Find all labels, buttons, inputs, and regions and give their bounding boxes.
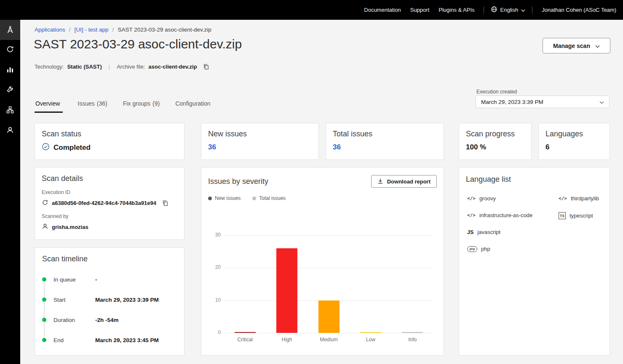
chart-y-tick: 20 xyxy=(206,264,221,270)
chart-x-label: Low xyxy=(350,337,391,343)
topbar-link-support[interactable]: Support xyxy=(410,7,430,13)
technology-label: Technology: xyxy=(35,64,64,70)
tab-count: (36) xyxy=(97,100,107,107)
chart-y-tick: 10 xyxy=(206,297,221,303)
topbar-divider xyxy=(532,7,532,13)
typescript-icon: TS xyxy=(559,212,566,219)
code-icon: </> xyxy=(467,213,476,218)
scan-status-card: Scan status Completed xyxy=(35,123,184,160)
execution-created-select[interactable]: March 29, 2023 3:39 PM xyxy=(476,96,610,108)
sidebar-item-reports[interactable] xyxy=(0,60,20,80)
user-menu[interactable]: Jonathan Cohen (ASoC Team) xyxy=(542,7,616,13)
sidebar-item-profile[interactable] xyxy=(0,121,20,141)
tab-overview[interactable]: Overview xyxy=(35,97,63,113)
tools-icon xyxy=(6,86,14,95)
language-item-javascript: JS javascript xyxy=(467,229,500,235)
timeline-dot-icon xyxy=(42,298,46,302)
issues-by-severity-card: Issues by severity Download report New i… xyxy=(201,167,444,356)
language-item-typescript: TS typescript xyxy=(559,212,593,219)
chart-x-label: High xyxy=(266,337,307,343)
scan-progress-value: 100 % xyxy=(466,143,524,151)
scan-timeline-card: Scan timeline In queue - Start March 29,… xyxy=(35,247,184,356)
tab-issues[interactable]: Issues (36) xyxy=(77,97,108,113)
timeline-row-end: End March 29, 2023 3:45 PM xyxy=(42,330,177,350)
divider: | xyxy=(109,64,110,70)
topbar-divider xyxy=(484,7,484,13)
card-title: Total issues xyxy=(333,130,437,138)
timeline-row-start: Start March 29, 2023 3:39 PM xyxy=(42,290,177,310)
execution-id-label: Execution ID xyxy=(42,189,177,195)
timeline-row-in-queue: In queue - xyxy=(42,269,177,290)
timeline-value: March 29, 2023 3:45 PM xyxy=(95,337,159,343)
tab-label: Fix groups xyxy=(123,100,150,107)
tab-fix-groups[interactable]: Fix groups (9) xyxy=(122,97,160,113)
page-title: SAST 2023-03-29 asoc-client-dev.zip xyxy=(34,37,242,51)
tab-label: Overview xyxy=(35,100,60,107)
topbar-link-documentation[interactable]: Documentation xyxy=(364,7,401,13)
total-issues-card: Total issues 36 xyxy=(326,123,444,160)
scan-icon xyxy=(42,199,48,207)
languages-card: Languages 6 xyxy=(538,123,610,160)
scanned-by-label: Scanned by xyxy=(42,213,177,219)
chart-bar-info xyxy=(402,332,423,333)
chart-bar-critical xyxy=(235,332,256,333)
breadcrumb-separator: / xyxy=(69,27,71,33)
topbar-link-plugins-apis[interactable]: Plugins & APIs xyxy=(439,7,474,13)
card-title: Scan details xyxy=(42,174,177,183)
timeline-row-duration: Duration -2h -54m xyxy=(42,310,177,330)
timeline-label: Duration xyxy=(53,317,95,323)
scan-details-card: Scan details Execution ID a6380d56-0fed-… xyxy=(35,167,184,240)
appscan-logo-icon: Å xyxy=(8,26,13,34)
sidebar-item-organization[interactable] xyxy=(0,101,20,121)
user-icon xyxy=(42,223,48,231)
severity-bar-chart: 0102030CriticalHighMediumLowInfo xyxy=(201,167,444,356)
manage-scan-label: Manage scan xyxy=(553,43,590,49)
archive-file-label: Archive file: xyxy=(117,64,145,70)
javascript-icon: JS xyxy=(467,229,473,235)
chart-gridline xyxy=(224,268,433,268)
tab-label: Issues xyxy=(78,100,94,107)
copy-icon[interactable] xyxy=(203,64,209,70)
chart-bar-low xyxy=(360,332,381,333)
language-item-thirdpartylib: </> thirdpartylib xyxy=(559,195,599,202)
timeline-value: March 29, 2023 3:39 PM xyxy=(95,297,159,303)
chart-x-label: Medium xyxy=(308,337,350,343)
language-label: thirdpartylib xyxy=(571,195,599,202)
language-label: php xyxy=(481,246,490,252)
code-icon: </> xyxy=(467,196,476,201)
bar-chart-icon xyxy=(6,66,14,75)
breadcrumb-separator: / xyxy=(112,27,114,33)
timeline-label: Start xyxy=(53,297,95,303)
sidebar-item-applications[interactable]: Å xyxy=(0,20,20,40)
chart-gridline xyxy=(224,333,433,333)
timeline: In queue - Start March 29, 2023 3:39 PM … xyxy=(42,269,177,350)
card-title: Languages xyxy=(545,130,603,138)
execution-created-value: March 29, 2023 3:39 PM xyxy=(481,99,543,105)
tab-configuration[interactable]: Configuration xyxy=(174,97,213,113)
php-icon: php xyxy=(467,246,477,252)
execution-created-label: Execution created xyxy=(476,89,517,95)
topbar: Documentation Support Plugins & APIs Eng… xyxy=(0,0,623,20)
network-icon xyxy=(6,106,14,115)
chart-x-label: Critical xyxy=(224,337,266,343)
globe-icon xyxy=(491,6,497,14)
scan-status-value: Completed xyxy=(53,143,91,152)
card-title: New issues xyxy=(208,130,312,138)
breadcrumb-app[interactable]: [UI] - test app xyxy=(75,27,109,33)
language-selector[interactable]: English xyxy=(491,6,526,14)
total-issues-value: 36 xyxy=(333,143,437,151)
language-item-php: php php xyxy=(467,246,490,252)
breadcrumb-applications[interactable]: Applications xyxy=(35,27,65,33)
card-title: Scan status xyxy=(42,130,177,138)
timeline-value: - xyxy=(95,276,97,283)
sidebar-item-scans[interactable] xyxy=(0,40,20,60)
copy-icon[interactable] xyxy=(162,200,168,206)
sidebar-item-tools[interactable] xyxy=(0,80,20,101)
technology-row: Technology: Static (SAST) | Archive file… xyxy=(35,64,209,70)
scanned-by-value: grisha.mozias xyxy=(52,224,88,230)
language-label: typescript xyxy=(570,213,593,219)
technology-value: Static (SAST) xyxy=(67,64,102,70)
sidebar: Å xyxy=(0,20,20,364)
manage-scan-button[interactable]: Manage scan xyxy=(543,38,610,53)
timeline-dot-icon xyxy=(42,318,46,322)
